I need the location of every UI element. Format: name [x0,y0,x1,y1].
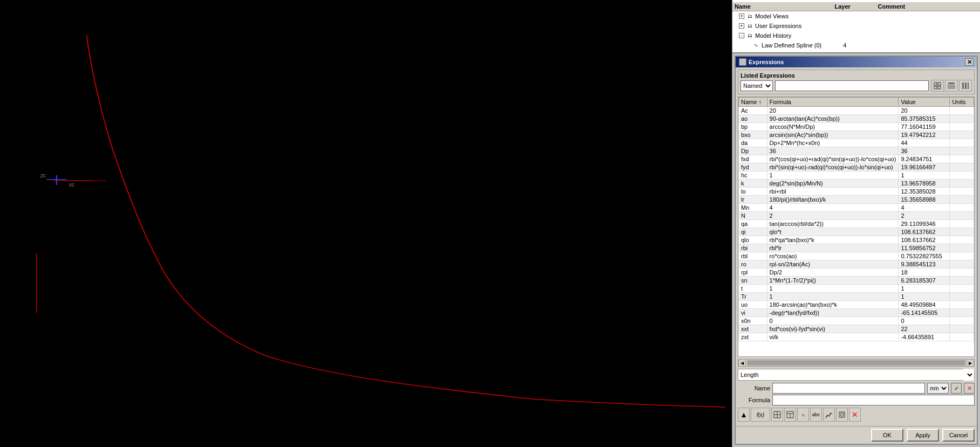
cell-value: 4 [899,204,950,212]
expand-model-history[interactable]: - [739,33,744,38]
circle-button[interactable]: ○ [797,408,809,422]
table-row[interactable]: fydrbi*(sin(qi+uo)-rad(qi)*cos(qi+uo))-l… [739,163,974,171]
cell-name: qa [739,220,767,228]
table-row[interactable]: xxtfxd*cos(vi)-fyd*sin(vi)22 [739,325,974,333]
cell-name: xxt [739,325,767,333]
chart-button[interactable] [823,408,835,422]
table-row[interactable]: daDp+2*Mn*(hc+x0n)44 [739,139,974,147]
cell-name: qi [739,228,767,236]
col-formula[interactable]: Formula [767,98,899,107]
cell-units [950,236,974,244]
table-row[interactable]: rbirbl*lr11.59856752 [739,244,974,252]
name-confirm-button[interactable]: ✓ [951,383,962,394]
cell-units [950,163,974,171]
table-row[interactable]: Mn44 [739,204,974,212]
listed-expr-label: Listed Expressions [741,72,972,79]
tree-layer-col: Layer [835,3,878,10]
table-row[interactable]: qlorbl*qa*tan(bxo)*k108.6137662 [739,236,974,244]
law-spline-label: Law Defined Spline (0) [762,42,821,49]
table-row[interactable]: bxoarcsin(sin(Ac)*sin(bp))19.47942212 [739,131,974,139]
tree-item-user-expressions[interactable]: + 🗂 User Expressions [732,21,980,31]
dialog-title-icon [739,58,746,66]
tree-item-law-spline[interactable]: ∿ Law Defined Spline (0) 4 [732,40,980,50]
svg-rect-6 [934,86,937,89]
tree-item-model-views[interactable]: + 🗂 Model Views [732,11,980,21]
scroll-left-arrow[interactable]: ◀ [738,359,746,367]
tree-item-model-history[interactable]: - 🗂 Model History [732,31,980,40]
table-row[interactable]: sn1*Mn*(1-Tr/2)*pi()6.283185307 [739,277,974,285]
type-dropdown[interactable]: ▼ [963,369,974,381]
filter-select[interactable]: Named All Unused [741,80,773,91]
table-row[interactable]: uo180-arcsin(ao)*tan(bxo)*k48.49509884 [739,301,974,309]
table-row[interactable]: x0n00 [739,317,974,325]
type-label: Length [738,372,963,378]
cell-units [950,196,974,204]
table-row[interactable]: vi-deg(r*tan(fyd/fxd))-65.14145505 [739,309,974,317]
close-button[interactable]: ✕ [965,58,974,66]
tree-comment-col: Comment [878,3,978,10]
name-reject-button[interactable]: ✕ [964,383,975,394]
fx-button[interactable]: f(x) [751,408,770,422]
grid-view-button[interactable] [931,80,944,92]
table-row[interactable]: N22 [739,212,974,220]
table-row[interactable]: fxdrbi*(cos(qi+uo)+rad(qi)*sin(qi+uo))-l… [739,155,974,163]
delete-formula-button[interactable]: ✕ [849,408,861,422]
ok-button[interactable]: OK [871,429,903,442]
arrow-up-button[interactable]: ▲ [738,408,750,422]
horizontal-scrollbar[interactable]: ◀ ▶ [738,359,975,367]
expand-model-views[interactable]: + [739,13,744,19]
table-row[interactable]: qatan(arccos(rbl/da*2))29.11099346 [739,220,974,228]
cell-units [950,220,974,228]
table-row[interactable]: rplDp/218 [739,269,974,277]
model-history-label: Model History [755,32,791,39]
table-row[interactable]: zxtvi/k-4.66435891 [739,333,974,341]
table-row[interactable]: Tr11 [739,293,974,301]
unit-select[interactable]: mm in deg [927,383,949,394]
insert-btn2[interactable] [784,408,796,422]
table-row[interactable]: qiqlo*t108.6137662 [739,228,974,236]
cell-units [950,180,974,188]
cell-formula: 4 [767,204,899,212]
table-row[interactable]: kdeg(2*sin(bp)/Mn/N)13.96578958 [739,180,974,188]
abc-button[interactable]: abc [810,408,822,422]
table-row[interactable]: lorbi+rbl12.35385028 [739,188,974,196]
table-row[interactable]: Dp3636 [739,147,974,155]
table-row[interactable]: bparccos(N*Mn/Dp)77.16041159 [739,123,974,131]
scroll-track[interactable] [747,360,965,366]
cell-formula: Dp+2*Mn*(hc+x0n) [767,139,899,147]
model-views-label: Model Views [755,13,789,19]
expand-user-expressions[interactable]: + [739,23,744,29]
table-row[interactable]: rblro*cos(ao)0.75322827555 [739,252,974,260]
table-row[interactable]: t11 [739,285,974,293]
cell-formula: 180/pi()/rbl/tan(bxo)/k [767,196,899,204]
insert-table-button[interactable] [771,408,783,422]
col-name[interactable]: Name ↑ [739,98,767,107]
cell-name: N [739,212,767,220]
table-row[interactable]: hc11 [739,171,974,180]
formula-input[interactable] [772,395,975,405]
cell-formula: -deg(r*tan(fyd/fxd)) [767,309,899,317]
table-view-button[interactable] [945,80,958,92]
type-bar: Length ▼ [738,369,975,381]
svg-rect-4 [934,82,937,85]
table-row[interactable]: ao90-arctan(tan(Ac)*cos(bp))85.37585315 [739,115,974,123]
filter-input[interactable] [775,80,929,91]
col-value[interactable]: Value [899,98,950,107]
cancel-button[interactable]: Cancel [942,429,975,442]
cell-value: 20 [899,107,950,115]
cell-units [950,131,974,139]
apply-button[interactable]: Apply [907,429,939,442]
columns-view-button[interactable] [959,80,972,92]
map-button[interactable] [836,408,848,422]
expression-table-container[interactable]: Name ↑ Formula Value Units Ac2020ao90-ar… [738,97,975,357]
col-units[interactable]: Units [950,98,974,107]
cell-name: Tr [739,293,767,301]
name-input[interactable] [772,383,925,394]
table-row[interactable]: Ac2020 [739,107,974,115]
law-spline-layer: 4 [843,42,846,49]
dialog-titlebar: Expressions ✕ [736,57,977,67]
table-row[interactable]: lr180/pi()/rbl/tan(bxo)/k15.35658988 [739,196,974,204]
scroll-right-arrow[interactable]: ▶ [967,359,974,367]
svg-point-21 [840,413,844,416]
table-row[interactable]: rorpl-sn/2/tan(Ac)9.388545123 [739,260,974,269]
